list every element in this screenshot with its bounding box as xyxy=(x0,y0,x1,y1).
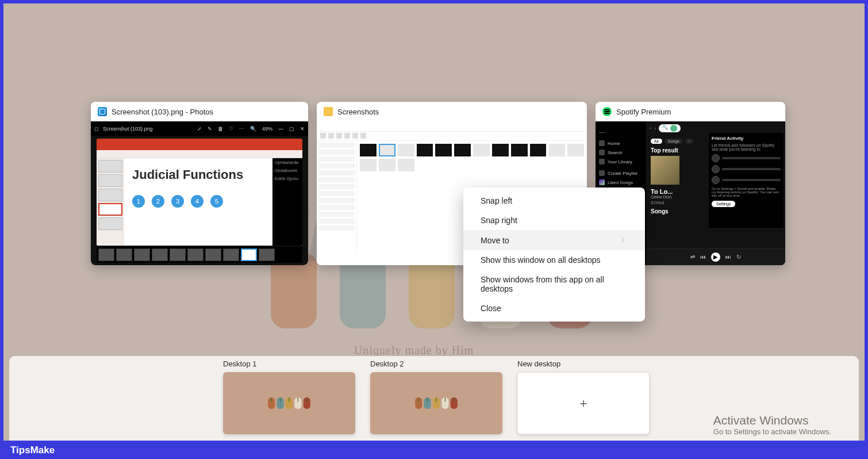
new-desktop-button[interactable]: ＋ xyxy=(517,372,650,434)
menu-snap-left[interactable]: Snap left xyxy=(463,191,645,211)
powerpoint-preview: Judicial Functions 1 2 3 4 5 Opinkamedia xyxy=(97,139,302,246)
play-icon: ▶ xyxy=(711,253,720,262)
desktop-2[interactable]: Desktop 2 xyxy=(370,359,502,441)
photos-app-icon xyxy=(98,107,107,116)
photos-toolbar: ◻Screenshot (103).png ⤢✎🗑♡⋯🔍49%—▢✕ xyxy=(91,121,308,136)
folder-icon xyxy=(324,107,333,116)
menu-close[interactable]: Close xyxy=(463,299,645,318)
chevron-right-icon: 〉 xyxy=(621,235,628,245)
task-view: Uniquely made by Him TipsMake.com Screen… xyxy=(3,3,865,441)
window-photos[interactable]: Screenshot (103).png - Photos ◻Screensho… xyxy=(91,102,308,265)
desktop-label: Desktop 2 xyxy=(370,359,502,368)
context-menu: Snap left Snap right Move to 〉 Show this… xyxy=(463,188,645,322)
desktop-1[interactable]: Desktop 1 xyxy=(223,359,355,441)
desktop-thumbnail[interactable] xyxy=(223,372,355,434)
slide-title: Judicial Functions xyxy=(132,167,264,182)
window-title: Spotify Premium xyxy=(616,108,671,116)
new-desktop-label: New desktop xyxy=(517,359,650,368)
desktop-label: Desktop 1 xyxy=(223,359,355,368)
window-header: Spotify Premium xyxy=(596,102,785,121)
window-header: Screenshots xyxy=(317,102,587,121)
menu-snap-right[interactable]: Snap right xyxy=(463,211,645,230)
window-title: Screenshot (103).png - Photos xyxy=(112,108,213,116)
spotify-icon xyxy=(602,107,612,116)
window-title: Screenshots xyxy=(337,108,379,116)
photos-filmstrip xyxy=(97,247,302,263)
menu-show-window-all-desktops[interactable]: Show this window on all desktops xyxy=(463,250,645,270)
new-desktop[interactable]: New desktop ＋ xyxy=(517,359,650,441)
tipsmake-brand: TipsMake xyxy=(10,445,55,456)
friend-settings-button: Settings xyxy=(712,201,735,207)
spotify-player: ⇄⏮▶⏭↻ xyxy=(646,248,785,265)
album-art xyxy=(651,156,679,185)
activate-windows-watermark: Activate Windows Go to Settings to activ… xyxy=(713,414,831,436)
friend-activity-panel: Friend Activity Let friends and follower… xyxy=(709,133,783,228)
menu-show-app-all-desktops[interactable]: Show windows from this app on all deskto… xyxy=(463,270,645,299)
plus-icon: ＋ xyxy=(577,395,590,412)
desktop-thumbnail[interactable] xyxy=(370,372,502,434)
window-thumbnail: ◻Screenshot (103).png ⤢✎🗑♡⋯🔍49%—▢✕ Judic… xyxy=(91,121,308,265)
wallpaper-caption: Uniquely made by Him xyxy=(354,344,474,357)
open-windows-row: Screenshot (103).png - Photos ◻Screensho… xyxy=(91,102,785,265)
menu-move-to[interactable]: Move to 〉 xyxy=(463,230,645,250)
window-header: Screenshot (103).png - Photos xyxy=(91,102,308,121)
